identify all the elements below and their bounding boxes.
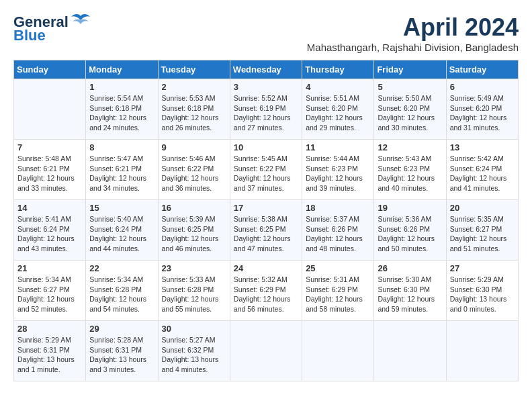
day-number: 23 <box>162 263 226 273</box>
week-row-4: 21Sunrise: 5:34 AM Sunset: 6:27 PM Dayli… <box>14 261 519 321</box>
day-content: Sunrise: 5:33 AM Sunset: 6:28 PM Dayligh… <box>162 275 226 314</box>
day-cell <box>14 79 86 140</box>
day-number: 7 <box>17 142 82 152</box>
day-number: 9 <box>162 142 226 152</box>
day-cell: 9Sunrise: 5:46 AM Sunset: 6:22 PM Daylig… <box>158 140 230 200</box>
day-content: Sunrise: 5:34 AM Sunset: 6:28 PM Dayligh… <box>89 275 154 314</box>
day-content: Sunrise: 5:32 AM Sunset: 6:29 PM Dayligh… <box>234 275 298 314</box>
logo-bird-icon <box>70 13 91 28</box>
day-content: Sunrise: 5:31 AM Sunset: 6:29 PM Dayligh… <box>306 275 370 314</box>
day-number: 29 <box>89 324 154 334</box>
day-cell: 4Sunrise: 5:51 AM Sunset: 6:20 PM Daylig… <box>302 79 374 140</box>
day-number: 28 <box>17 324 82 334</box>
day-cell: 28Sunrise: 5:29 AM Sunset: 6:31 PM Dayli… <box>14 321 86 381</box>
day-cell: 10Sunrise: 5:45 AM Sunset: 6:22 PM Dayli… <box>230 140 302 200</box>
header: General Blue April 2024 Mahasthangarh, R… <box>13 13 519 53</box>
day-number: 10 <box>234 142 298 152</box>
day-content: Sunrise: 5:53 AM Sunset: 6:18 PM Dayligh… <box>162 93 226 133</box>
day-content: Sunrise: 5:34 AM Sunset: 6:27 PM Dayligh… <box>17 275 82 314</box>
day-number: 22 <box>89 263 154 273</box>
day-cell <box>446 321 518 381</box>
day-cell: 2Sunrise: 5:53 AM Sunset: 6:18 PM Daylig… <box>158 79 230 140</box>
day-content: Sunrise: 5:36 AM Sunset: 6:26 PM Dayligh… <box>378 214 442 254</box>
day-cell: 19Sunrise: 5:36 AM Sunset: 6:26 PM Dayli… <box>374 200 446 261</box>
day-cell: 8Sunrise: 5:47 AM Sunset: 6:21 PM Daylig… <box>86 140 158 200</box>
day-header-sunday: Sunday <box>14 60 86 79</box>
day-content: Sunrise: 5:44 AM Sunset: 6:23 PM Dayligh… <box>306 154 370 193</box>
day-header-monday: Monday <box>86 60 158 79</box>
day-content: Sunrise: 5:30 AM Sunset: 6:30 PM Dayligh… <box>378 275 442 314</box>
day-content: Sunrise: 5:47 AM Sunset: 6:21 PM Dayligh… <box>89 154 154 193</box>
day-cell <box>374 321 446 381</box>
week-row-5: 28Sunrise: 5:29 AM Sunset: 6:31 PM Dayli… <box>14 321 519 381</box>
day-content: Sunrise: 5:51 AM Sunset: 6:20 PM Dayligh… <box>306 93 370 133</box>
day-number: 19 <box>378 203 442 213</box>
day-number: 3 <box>234 82 298 92</box>
month-title: April 2024 <box>307 13 519 42</box>
calendar-table: SundayMondayTuesdayWednesdayThursdayFrid… <box>13 60 519 381</box>
day-cell: 17Sunrise: 5:38 AM Sunset: 6:25 PM Dayli… <box>230 200 302 261</box>
day-header-friday: Friday <box>374 60 446 79</box>
day-cell: 26Sunrise: 5:30 AM Sunset: 6:30 PM Dayli… <box>374 261 446 321</box>
header-row: SundayMondayTuesdayWednesdayThursdayFrid… <box>14 60 519 79</box>
week-row-1: 1Sunrise: 5:54 AM Sunset: 6:18 PM Daylig… <box>14 79 519 140</box>
day-number: 25 <box>306 263 370 273</box>
day-cell: 22Sunrise: 5:34 AM Sunset: 6:28 PM Dayli… <box>86 261 158 321</box>
day-number: 2 <box>162 82 226 92</box>
day-number: 12 <box>378 142 442 152</box>
day-cell: 6Sunrise: 5:49 AM Sunset: 6:20 PM Daylig… <box>446 79 518 140</box>
day-content: Sunrise: 5:49 AM Sunset: 6:20 PM Dayligh… <box>450 93 515 133</box>
day-header-saturday: Saturday <box>446 60 518 79</box>
day-content: Sunrise: 5:41 AM Sunset: 6:24 PM Dayligh… <box>17 214 82 254</box>
day-number: 6 <box>450 82 515 92</box>
day-content: Sunrise: 5:54 AM Sunset: 6:18 PM Dayligh… <box>89 93 154 133</box>
day-number: 26 <box>378 263 442 273</box>
day-cell: 21Sunrise: 5:34 AM Sunset: 6:27 PM Dayli… <box>14 261 86 321</box>
day-number: 11 <box>306 142 370 152</box>
week-row-2: 7Sunrise: 5:48 AM Sunset: 6:21 PM Daylig… <box>14 140 519 200</box>
day-content: Sunrise: 5:37 AM Sunset: 6:26 PM Dayligh… <box>306 214 370 254</box>
day-cell: 20Sunrise: 5:35 AM Sunset: 6:27 PM Dayli… <box>446 200 518 261</box>
logo: General Blue <box>13 13 91 44</box>
day-header-thursday: Thursday <box>302 60 374 79</box>
day-number: 17 <box>234 203 298 213</box>
day-content: Sunrise: 5:45 AM Sunset: 6:22 PM Dayligh… <box>234 154 298 193</box>
day-content: Sunrise: 5:46 AM Sunset: 6:22 PM Dayligh… <box>162 154 226 193</box>
day-cell: 29Sunrise: 5:28 AM Sunset: 6:31 PM Dayli… <box>86 321 158 381</box>
day-number: 18 <box>306 203 370 213</box>
day-content: Sunrise: 5:35 AM Sunset: 6:27 PM Dayligh… <box>450 214 515 254</box>
day-content: Sunrise: 5:38 AM Sunset: 6:25 PM Dayligh… <box>234 214 298 254</box>
day-cell: 5Sunrise: 5:50 AM Sunset: 6:20 PM Daylig… <box>374 79 446 140</box>
day-cell: 25Sunrise: 5:31 AM Sunset: 6:29 PM Dayli… <box>302 261 374 321</box>
day-number: 1 <box>89 82 154 92</box>
day-number: 13 <box>450 142 515 152</box>
day-cell: 13Sunrise: 5:42 AM Sunset: 6:24 PM Dayli… <box>446 140 518 200</box>
day-number: 14 <box>17 203 82 213</box>
title-section: April 2024 Mahasthangarh, Rajshahi Divis… <box>307 13 519 53</box>
day-cell <box>230 321 302 381</box>
day-cell: 27Sunrise: 5:29 AM Sunset: 6:30 PM Dayli… <box>446 261 518 321</box>
day-content: Sunrise: 5:29 AM Sunset: 6:30 PM Dayligh… <box>450 275 515 314</box>
day-cell <box>302 321 374 381</box>
day-content: Sunrise: 5:43 AM Sunset: 6:23 PM Dayligh… <box>378 154 442 193</box>
day-content: Sunrise: 5:29 AM Sunset: 6:31 PM Dayligh… <box>17 335 82 375</box>
day-cell: 30Sunrise: 5:27 AM Sunset: 6:32 PM Dayli… <box>158 321 230 381</box>
day-number: 27 <box>450 263 515 273</box>
day-number: 4 <box>306 82 370 92</box>
day-content: Sunrise: 5:50 AM Sunset: 6:20 PM Dayligh… <box>378 93 442 133</box>
day-cell: 7Sunrise: 5:48 AM Sunset: 6:21 PM Daylig… <box>14 140 86 200</box>
day-number: 21 <box>17 263 82 273</box>
day-number: 16 <box>162 203 226 213</box>
day-cell: 14Sunrise: 5:41 AM Sunset: 6:24 PM Dayli… <box>14 200 86 261</box>
day-content: Sunrise: 5:28 AM Sunset: 6:31 PM Dayligh… <box>89 335 154 375</box>
day-cell: 12Sunrise: 5:43 AM Sunset: 6:23 PM Dayli… <box>374 140 446 200</box>
day-cell: 3Sunrise: 5:52 AM Sunset: 6:19 PM Daylig… <box>230 79 302 140</box>
day-content: Sunrise: 5:48 AM Sunset: 6:21 PM Dayligh… <box>17 154 82 193</box>
day-content: Sunrise: 5:39 AM Sunset: 6:25 PM Dayligh… <box>162 214 226 254</box>
day-content: Sunrise: 5:40 AM Sunset: 6:24 PM Dayligh… <box>89 214 154 254</box>
day-number: 30 <box>162 324 226 334</box>
day-header-wednesday: Wednesday <box>230 60 302 79</box>
day-content: Sunrise: 5:42 AM Sunset: 6:24 PM Dayligh… <box>450 154 515 193</box>
day-number: 5 <box>378 82 442 92</box>
day-header-tuesday: Tuesday <box>158 60 230 79</box>
